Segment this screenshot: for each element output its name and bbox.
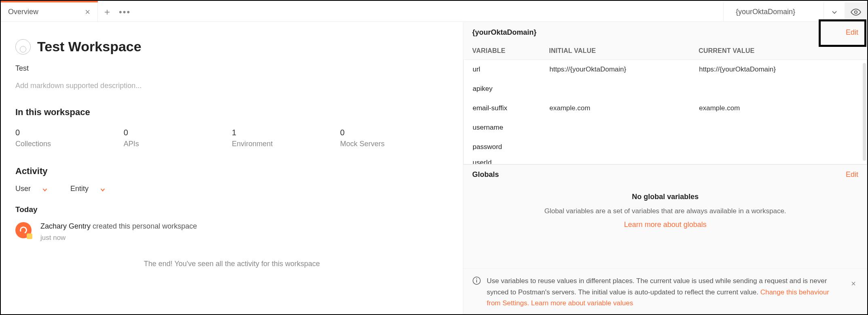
filter-label: Entity — [70, 185, 89, 193]
workspace-type-icon — [15, 39, 31, 55]
svg-point-3 — [476, 279, 477, 279]
tab-bar: Overview × + ••• {yourOktaDomain} — [1, 2, 867, 22]
svg-point-0 — [855, 10, 857, 13]
tab-actions: + ••• — [98, 2, 137, 21]
filter-user[interactable]: User — [15, 185, 48, 193]
chevron-down-icon — [831, 9, 838, 15]
var-current: example.com — [699, 104, 858, 112]
environment-quicklook-button[interactable] — [845, 2, 867, 21]
workspace-stats: 0 Collections 0 APIs 1 Environment 0 Moc… — [15, 128, 448, 148]
scrollbar[interactable] — [863, 63, 866, 161]
table-row: username — [473, 118, 858, 137]
globals-panel: Globals Edit No global variables Global … — [463, 164, 867, 269]
section-in-this-workspace: In this workspace — [15, 107, 448, 118]
var-name: username — [473, 124, 549, 132]
filter-label: User — [15, 185, 31, 193]
activity-action: created this personal workspace — [91, 222, 197, 230]
activity-heading: Activity — [15, 166, 448, 176]
var-name: userId — [473, 159, 549, 164]
table-row: email-suffix example.com example.com — [473, 99, 858, 118]
environment-selector[interactable]: {yourOktaDomain} — [723, 2, 824, 21]
stat-apis[interactable]: 0 APIs — [124, 128, 232, 148]
tip-text: Use variables to reuse values in differe… — [487, 275, 843, 309]
environment-quicklook-panel: {yourOktaDomain} Edit VARIABLE INITIAL V… — [463, 22, 867, 314]
filter-entity[interactable]: Entity — [70, 185, 106, 193]
var-table-body: url https://{yourOktaDomain} https://{yo… — [463, 59, 867, 164]
plus-icon[interactable]: + — [104, 6, 110, 18]
workspace-overview: Test Workspace Test Add markdown support… — [1, 22, 463, 314]
activity-item: Zachary Gentry created this personal wor… — [15, 222, 448, 242]
var-name: email-suffix — [473, 104, 549, 112]
eye-icon — [851, 7, 861, 17]
var-name: password — [473, 143, 549, 151]
workspace-description-placeholder[interactable]: Add markdown supported description... — [15, 82, 448, 90]
globals-learn-more-link[interactable]: Learn more about globals — [624, 220, 706, 229]
avatar[interactable] — [15, 222, 32, 238]
info-icon — [472, 276, 481, 285]
environment-selector-label: {yourOktaDomain} — [736, 8, 795, 16]
stat-label: Environment — [232, 140, 340, 148]
more-icon[interactable]: ••• — [119, 7, 131, 17]
stat-environment[interactable]: 1 Environment — [232, 128, 340, 148]
activity-time: just now — [40, 234, 197, 242]
stat-count: 1 — [232, 128, 340, 137]
tab-label: Overview — [8, 8, 79, 16]
env-edit-link[interactable]: Edit — [846, 28, 858, 37]
activity-user: Zachary Gentry — [40, 222, 91, 230]
stat-label: Mock Servers — [340, 140, 448, 148]
workspace-title: Test Workspace — [37, 39, 141, 55]
tip-banner: Use variables to reuse values in differe… — [463, 269, 867, 314]
environment-dropdown-button[interactable] — [824, 2, 845, 21]
stat-label: Collections — [15, 140, 124, 148]
activity-end: The end! You've seen all the activity fo… — [15, 260, 448, 268]
stat-label: APIs — [124, 140, 232, 148]
activity-group-today: Today — [15, 205, 448, 214]
stat-count: 0 — [340, 128, 448, 137]
table-row: password — [473, 137, 858, 157]
table-row: apikey — [473, 79, 858, 99]
tab-overview[interactable]: Overview × — [1, 2, 98, 21]
workspace-subtitle: Test — [15, 64, 448, 73]
close-icon[interactable]: × — [849, 275, 858, 292]
tip-learn-link[interactable]: Learn more about variable values — [529, 299, 633, 307]
col-variable: VARIABLE — [472, 47, 549, 55]
var-current: https://{yourOktaDomain} — [699, 65, 858, 74]
var-initial: https://{yourOktaDomain} — [549, 65, 699, 74]
globals-empty-sub: Global variables are a set of variables … — [536, 206, 795, 216]
var-name: url — [473, 65, 549, 74]
stat-mock-servers[interactable]: 0 Mock Servers — [340, 128, 448, 148]
stat-count: 0 — [15, 128, 124, 137]
table-row: url https://{yourOktaDomain} https://{yo… — [473, 60, 858, 79]
close-icon[interactable]: × — [85, 7, 90, 17]
var-initial: example.com — [549, 104, 699, 112]
col-initial: INITIAL VALUE — [549, 47, 699, 55]
chevron-down-icon — [100, 186, 106, 192]
globals-empty-title: No global variables — [472, 193, 858, 201]
col-current: CURRENT VALUE — [699, 47, 858, 55]
stat-count: 0 — [124, 128, 232, 137]
var-name: apikey — [473, 85, 549, 93]
globals-title: Globals — [472, 170, 499, 179]
env-panel-name: {yourOktaDomain} — [472, 28, 536, 37]
chevron-down-icon — [42, 186, 48, 192]
activity-text: Zachary Gentry created this personal wor… — [40, 222, 197, 231]
table-row: userId — [473, 157, 858, 164]
var-table-head: VARIABLE INITIAL VALUE CURRENT VALUE — [472, 47, 858, 55]
stat-collections[interactable]: 0 Collections — [15, 128, 124, 148]
globals-edit-link[interactable]: Edit — [846, 170, 858, 179]
